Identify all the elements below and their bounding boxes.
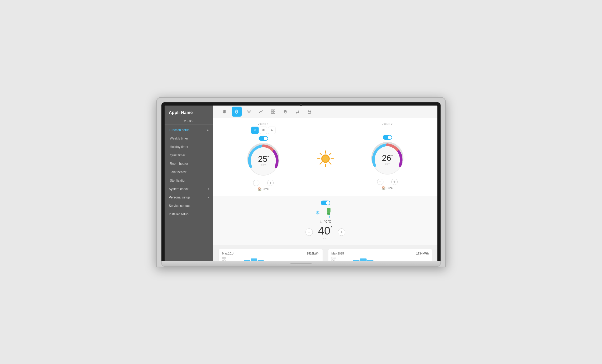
toolbar-icon-hand[interactable]: [280, 107, 290, 117]
svg-rect-25: [327, 213, 330, 215]
sidebar-item-quiet-timer[interactable]: Quiet timer: [165, 151, 213, 159]
chart2-dash-line: [339, 259, 429, 259]
chart2-bars: [339, 257, 429, 261]
app-container: Appli Name MENU Function setup ▲ Weekly …: [165, 106, 437, 261]
sidebar-item-installer-setup[interactable]: Installer setup: [165, 210, 213, 218]
water-minus-btn[interactable]: −: [305, 228, 313, 236]
sidebar-item-room-heater[interactable]: Room heater: [165, 159, 213, 168]
toolbar-icon-lock[interactable]: [304, 107, 314, 117]
chart1-bars: [230, 257, 319, 261]
chart2-area: 5900 kWh: [332, 257, 429, 261]
home-icon: 🏠: [258, 187, 262, 191]
zone1-home-temp: 🏠 22℃: [258, 187, 269, 191]
chart1-y-label: 5900 kWh: [222, 257, 226, 261]
chart2-total: 1734kWh: [416, 252, 429, 255]
sidebar-item-sterilization[interactable]: Sterilization: [165, 176, 213, 185]
toolbar: [213, 106, 437, 118]
chart-bar-4: [258, 260, 264, 261]
chevron-down-icon: ▾: [208, 187, 209, 190]
zone2-plus-btn[interactable]: +: [391, 179, 398, 185]
energy-chart1-header: May,2014 1525kWh: [222, 252, 319, 255]
chart1-area: 5900 kWh: [222, 257, 319, 261]
svg-line-19: [329, 163, 331, 164]
sidebar-item-system-check[interactable]: System check ▾: [165, 185, 213, 193]
main-content: ZONE1 ☀ ❄ A: [213, 118, 437, 261]
sun-decoration: [314, 122, 337, 191]
zone1-toggle[interactable]: [259, 136, 268, 141]
faucet-icon: [322, 207, 335, 218]
screen-bezel: Appli Name MENU Function setup ▲ Weekly …: [161, 102, 441, 261]
chart-bar-4: [367, 260, 373, 261]
water-set-wrap: − 40° SET +: [305, 225, 346, 240]
svg-point-26: [329, 217, 330, 218]
svg-rect-9: [271, 112, 273, 113]
svg-rect-10: [273, 112, 275, 113]
energy-chart2-header: May,2015 1734kWh: [332, 252, 429, 255]
app-screen: Appli Name MENU Function setup ▲ Weekly …: [165, 106, 437, 261]
zone1-mode-auto[interactable]: A: [268, 127, 275, 134]
sidebar-item-personal-setup[interactable]: Personal setup ▾: [165, 193, 213, 202]
home-icon-2: 🏠: [382, 186, 386, 190]
app-name: Appli Name: [165, 106, 213, 118]
chart-bar-2: [244, 260, 250, 261]
zone1-plus-btn[interactable]: +: [267, 180, 274, 186]
chevron-down-icon: ▾: [208, 196, 209, 199]
menu-label: MENU: [165, 118, 213, 125]
chart2-month: May,2015: [332, 252, 344, 255]
water-plus-btn[interactable]: +: [338, 228, 345, 236]
svg-point-5: [224, 112, 225, 113]
water-toggle[interactable]: [321, 201, 330, 205]
zone1-dial: 25° SET: [246, 143, 280, 178]
zone2-dial: 26° SET: [370, 142, 404, 177]
sidebar-item-holiday-timer[interactable]: Holiday timer: [165, 143, 213, 151]
svg-line-21: [320, 163, 322, 164]
toolbar-icon-waves[interactable]: [244, 107, 254, 117]
sidebar-item-tank-heater[interactable]: Tank heater: [165, 168, 213, 176]
sidebar-item-service-contact[interactable]: Service contact: [165, 202, 213, 210]
zone2-card: ZONE2: [343, 122, 432, 191]
water-panel: ❄ 🌡 40℃: [213, 196, 437, 245]
svg-rect-24: [327, 208, 330, 213]
toolbar-icon-settings[interactable]: [220, 107, 230, 117]
zone2-label: ZONE2: [382, 122, 393, 126]
energy-chart-2: May,2015 1734kWh 5900 kWh 78910111212345…: [328, 249, 432, 261]
water-set-display: 40° SET: [318, 225, 333, 240]
toolbar-icon-multi[interactable]: [268, 107, 278, 117]
sun-svg: [316, 149, 335, 168]
svg-point-22: [322, 156, 329, 162]
svg-rect-7: [271, 110, 273, 111]
water-icon-area: ❄: [315, 207, 335, 218]
chart1-dash-line: [230, 259, 319, 259]
zone1-label: ZONE1: [258, 122, 269, 126]
zone2-dial-controls: − +: [377, 179, 398, 185]
zone1-mode-sun[interactable]: ☀: [251, 127, 259, 134]
chevron-up-icon: ▲: [206, 128, 209, 131]
zone1-mode-snow[interactable]: ❄: [260, 127, 267, 134]
zone2-toggle[interactable]: [383, 135, 392, 140]
water-toggle-row: [219, 201, 432, 205]
svg-line-18: [320, 153, 322, 155]
zone1-temp-display: 25° SET: [258, 155, 269, 166]
zone1-dial-controls: − +: [253, 180, 274, 186]
zone2-toggle-wrap: [383, 135, 392, 140]
zone2-minus-btn[interactable]: −: [377, 179, 383, 185]
energy-panel: May,2014 1525kWh 5900 kWh 78910111212345…: [213, 245, 437, 261]
zone-panel: ZONE1 ☀ ❄ A: [213, 118, 437, 196]
toolbar-icon-thermostat[interactable]: [232, 107, 242, 117]
chart-bar-2: [353, 260, 359, 261]
function-setup-submenu: Weekly timer Holiday timer Quiet timer R…: [165, 134, 213, 185]
water-set-temp: 40°: [318, 225, 333, 237]
thermometer-icon: 🌡: [319, 220, 323, 223]
svg-point-4: [225, 111, 226, 112]
toolbar-icon-chart[interactable]: [256, 107, 266, 117]
svg-line-20: [329, 153, 331, 155]
sidebar: Appli Name MENU Function setup ▲ Weekly …: [165, 106, 213, 261]
sidebar-item-function-setup[interactable]: Function setup ▲: [165, 126, 213, 134]
zone1-mode-buttons: ☀ ❄ A: [251, 127, 275, 134]
zone1-minus-btn[interactable]: −: [253, 180, 259, 186]
svg-rect-8: [273, 110, 275, 111]
zone1-set-temp: 25°: [258, 154, 269, 164]
toolbar-icon-return[interactable]: [292, 107, 302, 117]
laptop-shell: Appli Name MENU Function setup ▲ Weekly …: [156, 97, 446, 267]
sidebar-item-weekly-timer[interactable]: Weekly timer: [165, 134, 213, 143]
